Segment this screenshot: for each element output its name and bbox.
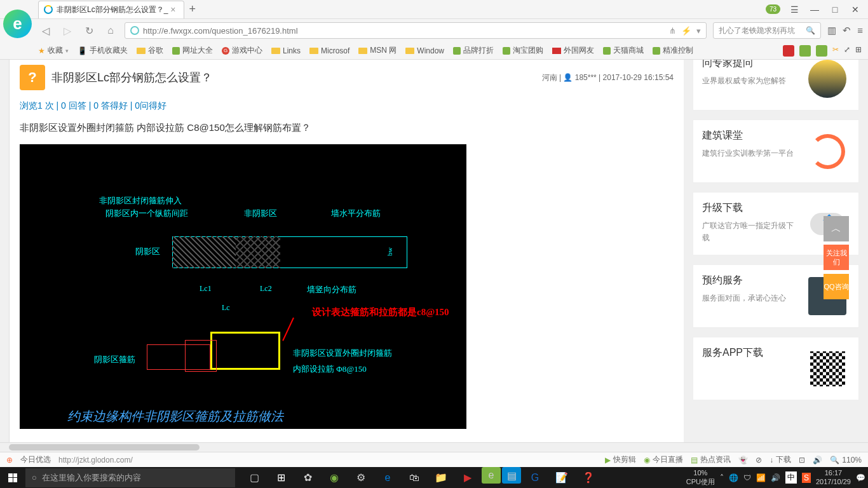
bookmark-item[interactable]: 精准控制 [653, 45, 693, 56]
app-icon[interactable]: e [482, 467, 501, 484]
app-icon[interactable]: ⚙ [348, 467, 374, 488]
share-icon[interactable]: ⋔ [669, 26, 676, 36]
bookmark-item[interactable]: 淘宝团购 [503, 45, 543, 56]
status-item[interactable]: 👻 [738, 456, 748, 464]
tab-title: 非阴影区Lc部分钢筋怎么设置？_ [57, 4, 168, 15]
close-tab-icon[interactable]: × [168, 4, 178, 15]
scrollbar-thumb[interactable] [9, 444, 200, 451]
taskbar-search[interactable]: ○ 在这里输入你要搜索的内容 [25, 468, 235, 487]
minimize-button[interactable]: — [808, 3, 821, 16]
explorer-icon[interactable]: 📁 [428, 467, 454, 488]
favorites-button[interactable]: ★收藏▾ [38, 45, 69, 56]
tray-icon[interactable]: 📶 [756, 473, 766, 482]
sidebar-card-course[interactable]: 建筑课堂 建筑行业实训教学第一平台 [693, 119, 859, 183]
new-tab-button[interactable]: + [189, 3, 196, 16]
menu-button[interactable]: ☰ [788, 3, 801, 16]
cpu-monitor[interactable]: 10% CPU使用 [686, 469, 715, 485]
recommend-icon[interactable]: ⊕ [6, 456, 13, 464]
browser-logo[interactable]: e [3, 10, 32, 38]
ime-icon[interactable]: S [802, 473, 811, 483]
maximize-button[interactable]: □ [829, 3, 841, 16]
bookmark-item[interactable]: Links [271, 46, 301, 55]
extension-icon[interactable] [799, 45, 811, 57]
bookmark-item[interactable]: 网址大全 [172, 45, 213, 56]
status-item[interactable]: ▶快剪辑 [605, 454, 636, 465]
app-icon[interactable]: ▤ [502, 467, 521, 484]
horizontal-scrollbar[interactable] [0, 442, 868, 452]
cad-label: 内部设拉筋 Φ8@150 [293, 363, 367, 375]
statusbar: ⊕ 今日优选 http://jzkt.glodon.com/ ▶快剪辑 ◉今日直… [0, 452, 868, 467]
notifications-icon[interactable]: 💬 [856, 473, 865, 482]
bookmark-item[interactable]: MSN 网 [358, 45, 397, 56]
status-item[interactable]: ▤热点资讯 [691, 454, 731, 465]
bookmark-item[interactable]: 天猫商城 [603, 45, 644, 56]
notification-badge[interactable]: 73 [766, 4, 780, 14]
ime-icon[interactable]: 中 [785, 471, 797, 484]
app-icon[interactable]: ✿ [295, 467, 320, 488]
browser-tab[interactable]: 非阴影区Lc部分钢筋怎么设置？_ × [38, 1, 184, 18]
cad-label: bw [386, 247, 393, 255]
bookmark-item[interactable]: 外国网友 [552, 45, 594, 56]
bookmark-item[interactable]: 品牌打折 [453, 45, 494, 56]
search-icon[interactable]: 🔍 [806, 26, 815, 35]
extension-icon[interactable]: ▥ [827, 25, 836, 36]
bookmark-item[interactable]: 谷歌 [137, 45, 163, 56]
reload-button[interactable]: ↻ [81, 25, 97, 37]
home-button[interactable]: ⌂ [103, 25, 118, 36]
grid-icon[interactable]: ⊞ [855, 45, 862, 57]
qq-consult-button[interactable]: QQ咨询 [824, 274, 849, 299]
app-icon[interactable]: 📝 [549, 467, 574, 488]
sidebar-card-expert[interactable]: 问专家提问 业界最权威专家为您解答 [693, 60, 859, 111]
app-icon[interactable]: ⊞ [268, 467, 294, 488]
start-button[interactable] [0, 467, 25, 488]
zoom-level[interactable]: 🔍110% [830, 456, 862, 464]
search-placeholder: 扎心了老铁跪求别再坑 [719, 25, 795, 36]
extension-icon[interactable] [783, 45, 794, 57]
follow-us-button[interactable]: 关注我们 [824, 245, 849, 270]
bookmarks-bar: ★收藏▾ 📱手机收藏夹 谷歌 网址大全 G游戏中心 Links Microsof… [0, 42, 868, 60]
bookmark-item[interactable]: 📱手机收藏夹 [78, 45, 128, 56]
search-input[interactable]: 扎心了老铁跪求别再坑 🔍 [713, 22, 821, 39]
lightning-icon[interactable]: ⚡ [681, 26, 691, 36]
cad-label: 墙水平分布筋 [331, 208, 381, 219]
vertical-scrollbar[interactable] [0, 60, 10, 442]
menu-icon[interactable]: ≡ [857, 25, 863, 36]
scroll-top-button[interactable]: ︿ [824, 216, 849, 241]
main-column: ? 非阴影区Lc部分钢筋怎么设置？ 河南 | 👤 185*** | 2017-1… [10, 60, 684, 442]
url-input[interactable]: http://e.fwxgx.com/question_1676219.html… [125, 22, 707, 39]
back-button[interactable]: ◁ [38, 25, 53, 37]
taskview-icon[interactable]: ▢ [241, 467, 267, 488]
extension-icon[interactable] [816, 45, 827, 57]
app-icon[interactable]: ▶ [455, 467, 480, 488]
app-icon[interactable]: ❓ [576, 467, 601, 488]
tray-icon[interactable]: 🛡 [743, 473, 751, 482]
app-icon[interactable]: ◉ [322, 467, 347, 488]
edge-icon[interactable]: e [375, 467, 400, 488]
volume-icon[interactable]: 🔊 [771, 473, 780, 482]
expand-icon[interactable]: ⤢ [844, 45, 850, 57]
speaker-icon[interactable]: 🔊 [813, 456, 822, 464]
scissors-icon[interactable]: ✂ [832, 45, 839, 57]
block-icon[interactable]: ⊘ [756, 456, 762, 464]
forward-button[interactable]: ▷ [60, 25, 75, 37]
download-icon[interactable]: ↓下载 [770, 454, 791, 465]
undo-icon[interactable]: ↶ [843, 25, 851, 36]
cortana-icon: ○ [32, 473, 37, 482]
tray-up-icon[interactable]: ˄ [720, 473, 724, 482]
pip-icon[interactable]: ⊡ [799, 456, 805, 464]
status-item[interactable]: ◉今日直播 [644, 454, 683, 465]
bookmark-item[interactable]: G游戏中心 [222, 45, 262, 56]
close-button[interactable]: ✕ [849, 3, 862, 16]
card-title: 建筑课堂 [702, 129, 799, 142]
sidebar-card-app[interactable]: 服务APP下载 [693, 337, 859, 400]
bookmark-item[interactable]: Window [405, 46, 444, 55]
store-icon[interactable]: 🛍 [402, 467, 427, 488]
status-today[interactable]: 今日优选 [20, 454, 51, 465]
bookmark-item[interactable]: Microsof [309, 46, 349, 55]
tray-icon[interactable]: 🌐 [729, 473, 738, 482]
question-stats[interactable]: 浏览1 次 | 0 回答 | 0 答得好 | 0问得好 [10, 95, 684, 117]
dropdown-icon[interactable]: ▾ [696, 26, 701, 36]
site-icon [172, 47, 180, 55]
clock[interactable]: 16:17 2017/10/29 [816, 469, 851, 485]
app-icon[interactable]: G [522, 467, 548, 488]
